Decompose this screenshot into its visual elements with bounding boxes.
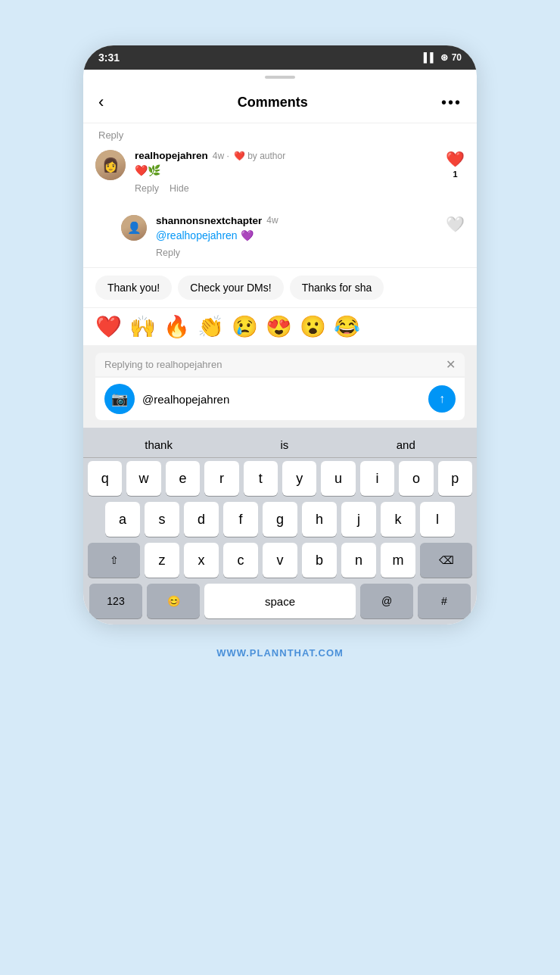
reply-close-button[interactable]: ✕ [446, 357, 456, 372]
heart-icon-1[interactable]: ❤️ [446, 150, 465, 168]
key-a[interactable]: a [105, 502, 140, 537]
status-icons: ▌▌ ⊛ 70 [424, 52, 462, 63]
emoji-surprised[interactable]: 😮 [300, 314, 326, 339]
key-p[interactable]: p [438, 461, 472, 496]
keyboard-row-1: q w e r t y u i o p [83, 458, 477, 499]
key-r[interactable]: r [204, 461, 238, 496]
input-row: 📷 ↑ [95, 378, 465, 420]
quick-replies: Thank you! Check your DMs! Thanks for sh… [83, 267, 477, 307]
key-hash[interactable]: # [418, 584, 471, 618]
key-shift[interactable]: ⇧ [88, 543, 140, 578]
like-section-1: ❤️ 1 [446, 150, 465, 179]
hide-action-1[interactable]: Hide [170, 183, 189, 194]
page-title: Comments [238, 95, 308, 111]
reply-context-bar: Replying to realhopejahren ✕ [95, 353, 465, 376]
emoji-heart[interactable]: ❤️ [95, 314, 122, 339]
quick-reply-1[interactable]: Thank you! [95, 276, 172, 300]
key-s[interactable]: s [145, 502, 179, 537]
author-badge-1: ❤️ by author [234, 151, 285, 161]
key-c[interactable]: c [223, 543, 258, 578]
emoji-cry[interactable]: 😢 [232, 314, 258, 339]
comments-area: Reply 👩 realhopejahren 4w · ❤️ by author… [83, 123, 477, 267]
comment-content-1: realhopejahren 4w · ❤️ by author ❤️🌿 Rep… [135, 150, 437, 194]
comment-meta-2: shannonsnextchapter 4w [156, 215, 437, 226]
key-f[interactable]: f [223, 502, 258, 537]
key-n[interactable]: n [341, 543, 376, 578]
comment-item-2: 👤 shannonsnextchapter 4w @realhopejahren… [83, 206, 477, 268]
emoji-hands[interactable]: 🙌 [129, 314, 156, 339]
reply-label-text: Reply [98, 129, 123, 141]
avatar-face-1: 👩 [95, 150, 126, 180]
suggestion-3[interactable]: and [397, 438, 415, 451]
keyboard-row-3: ⇧ z x c v b n m ⌫ [83, 540, 477, 581]
battery-icon: 70 [452, 52, 462, 63]
keyboard-suggestions: thank is and [83, 432, 477, 458]
mention-2: @realhopejahren [156, 229, 238, 241]
key-at[interactable]: @ [360, 584, 413, 618]
key-w[interactable]: w [126, 461, 160, 496]
status-bar: 3:31 ▌▌ ⊛ 70 [83, 45, 477, 70]
key-y[interactable]: y [282, 461, 316, 496]
comment-actions-2: Reply [156, 248, 437, 258]
username-1: realhopejahren [135, 150, 208, 161]
key-d[interactable]: d [184, 502, 219, 537]
key-h[interactable]: h [302, 502, 337, 537]
reply-context-label: Replying to realhopejahren [104, 359, 222, 370]
phone-frame: 3:31 ▌▌ ⊛ 70 ‹ Comments ••• Reply 👩 [83, 45, 477, 625]
reply-action-2[interactable]: Reply [156, 248, 180, 258]
key-m[interactable]: m [381, 543, 415, 578]
suggestion-2[interactable]: is [280, 438, 288, 451]
emoji-clap[interactable]: 👏 [198, 314, 224, 339]
avatar-1: 👩 [95, 150, 126, 180]
comment-input[interactable] [142, 393, 421, 406]
key-x[interactable]: x [184, 543, 219, 578]
key-u[interactable]: u [321, 461, 355, 496]
key-t[interactable]: t [244, 461, 278, 496]
camera-icon: 📷 [111, 391, 128, 407]
key-i[interactable]: i [360, 461, 394, 496]
quick-reply-2[interactable]: Check your DMs! [178, 276, 283, 300]
key-emoji[interactable]: 😊 [147, 584, 200, 618]
send-button[interactable]: ↑ [428, 385, 456, 413]
reply-action-1[interactable]: Reply [135, 183, 159, 194]
camera-button[interactable]: 📷 [104, 384, 135, 414]
avatar-face-2: 👤 [121, 215, 147, 241]
keyboard-bottom-row: 123 😊 space @ # [83, 581, 477, 625]
more-button[interactable]: ••• [441, 94, 462, 111]
signal-icon: ▌▌ [424, 52, 437, 63]
reply-input-area: Replying to realhopejahren ✕ 📷 ↑ [83, 345, 477, 428]
back-button[interactable]: ‹ [98, 92, 104, 112]
key-delete[interactable]: ⌫ [420, 543, 472, 578]
comment-meta-1: realhopejahren 4w · ❤️ by author [135, 150, 437, 161]
key-b[interactable]: b [302, 543, 337, 578]
comment-text-1: ❤️🌿 [135, 164, 437, 179]
like-section-2: 🤍 [446, 215, 465, 233]
quick-reply-3[interactable]: Thanks for sha [290, 276, 384, 300]
key-v[interactable]: v [263, 543, 297, 578]
comment-content-2: shannonsnextchapter 4w @realhopejahren 💜… [156, 215, 437, 259]
reply-label-top[interactable]: Reply [83, 123, 477, 141]
comment-actions-1: Reply Hide [135, 183, 437, 194]
send-icon: ↑ [439, 392, 445, 406]
suggestion-1[interactable]: thank [145, 438, 173, 451]
emoji-fire[interactable]: 🔥 [163, 314, 190, 339]
key-j[interactable]: j [341, 502, 376, 537]
key-q[interactable]: q [88, 461, 122, 496]
key-l[interactable]: l [420, 502, 455, 537]
heart-icon-2[interactable]: 🤍 [446, 215, 465, 233]
key-space[interactable]: space [204, 584, 356, 618]
key-z[interactable]: z [145, 543, 179, 578]
key-g[interactable]: g [263, 502, 297, 537]
key-123[interactable]: 123 [89, 584, 142, 618]
username-2: shannonsnextchapter [156, 215, 262, 226]
header: ‹ Comments ••• [83, 82, 477, 123]
emoji-laugh[interactable]: 😂 [334, 314, 360, 339]
comment-text-2: @realhopejahren 💜 [156, 229, 437, 244]
key-k[interactable]: k [381, 502, 415, 537]
status-time: 3:31 [98, 51, 120, 64]
key-e[interactable]: e [166, 461, 200, 496]
page-wrapper: 3:31 ▌▌ ⊛ 70 ‹ Comments ••• Reply 👩 [0, 0, 560, 975]
emoji-heart-eyes[interactable]: 😍 [266, 314, 292, 339]
pull-handle [265, 76, 295, 79]
key-o[interactable]: o [399, 461, 433, 496]
